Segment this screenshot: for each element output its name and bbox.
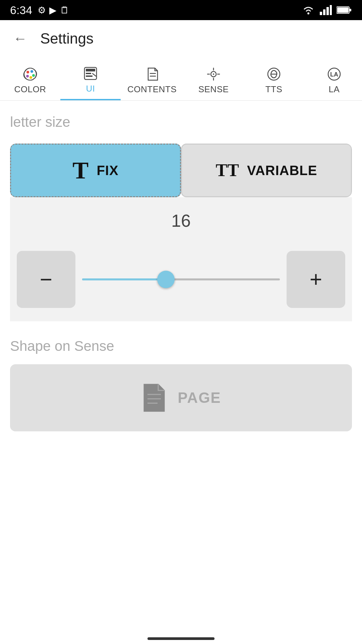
svg-rect-16 <box>86 73 91 74</box>
tab-tts-label: TTS <box>265 84 283 95</box>
home-indicator <box>147 637 215 640</box>
fix-label: FIX <box>97 163 118 178</box>
status-right <box>302 5 352 15</box>
tab-color-label: COLOR <box>14 84 46 95</box>
svg-point-9 <box>26 71 29 73</box>
size-display-area: 16 <box>10 197 352 244</box>
svg-rect-3 <box>326 7 329 15</box>
svg-rect-7 <box>349 9 351 11</box>
svg-point-0 <box>307 12 309 14</box>
svg-rect-2 <box>323 9 325 15</box>
header: ← Settings <box>0 20 362 57</box>
decrement-button[interactable]: − <box>17 251 75 308</box>
tab-tts[interactable]: TTS <box>244 57 304 100</box>
slider-track-container[interactable] <box>82 269 280 289</box>
page-card-label: PAGE <box>178 389 221 406</box>
palette-icon <box>23 67 38 82</box>
size-number: 16 <box>171 211 191 231</box>
minus-icon: − <box>40 269 52 290</box>
page-card-icon <box>141 383 168 413</box>
variable-text-icon: TT <box>216 162 239 179</box>
svg-point-10 <box>31 70 33 73</box>
tab-ui[interactable]: UI <box>60 57 121 100</box>
gear-status-icon: ⚙ <box>38 5 46 16</box>
svg-rect-6 <box>337 7 349 13</box>
tab-la[interactable]: LA LA <box>304 57 362 100</box>
increment-button[interactable]: + <box>287 251 345 308</box>
svg-point-13 <box>26 75 29 77</box>
wifi-icon <box>302 5 315 15</box>
page-card[interactable]: PAGE <box>10 364 352 431</box>
variable-button[interactable]: TT VARIABLE <box>181 144 352 197</box>
plus-icon: + <box>310 269 322 290</box>
play-status-icon: ▶ <box>49 5 57 16</box>
note-status-icon: 🗒 <box>60 5 69 16</box>
back-icon: ← <box>13 31 27 47</box>
signal-icon <box>320 5 332 15</box>
slider-fill <box>82 278 161 280</box>
status-icons: ⚙ ▶ 🗒 <box>38 5 69 16</box>
status-bar: 6:34 ⚙ ▶ 🗒 <box>0 0 362 20</box>
status-left: 6:34 ⚙ ▶ 🗒 <box>10 4 69 17</box>
tab-sense-label: SENSE <box>198 84 229 95</box>
battery-icon <box>337 6 352 14</box>
la-icon: LA <box>327 67 342 82</box>
tts-icon <box>266 67 281 82</box>
variable-label: VARIABLE <box>247 163 317 178</box>
ui-icon <box>83 66 98 81</box>
tab-contents[interactable]: CONTENTS <box>121 57 183 100</box>
svg-text:LA: LA <box>330 71 338 78</box>
tab-sense[interactable]: SENSE <box>183 57 244 100</box>
slider-track <box>82 278 280 280</box>
svg-rect-15 <box>86 69 95 71</box>
letter-size-toggle: T FIX TT VARIABLE <box>10 144 352 197</box>
status-time: 6:34 <box>10 4 32 17</box>
page-title: Settings <box>40 30 94 47</box>
fix-text-icon: T <box>72 158 88 182</box>
tab-ui-label: UI <box>86 84 95 94</box>
slider-thumb[interactable] <box>157 271 175 288</box>
svg-point-21 <box>213 73 214 75</box>
tab-color[interactable]: COLOR <box>0 57 60 100</box>
back-button[interactable]: ← <box>10 29 30 49</box>
letter-size-section-label: letter size <box>10 114 352 130</box>
contents-icon <box>145 67 160 82</box>
fix-button[interactable]: T FIX <box>10 144 181 197</box>
sense-icon <box>206 67 221 82</box>
tab-bar: COLOR UI CONTENTS SENSE <box>0 57 362 101</box>
svg-rect-1 <box>320 12 322 15</box>
tab-la-label: LA <box>329 84 340 95</box>
shape-on-sense-label: Shape on Sense <box>10 338 352 354</box>
main-content: letter size T FIX TT VARIABLE 16 − + Sha <box>0 101 362 445</box>
svg-rect-4 <box>330 5 332 15</box>
tab-contents-label: CONTENTS <box>127 84 177 95</box>
svg-point-11 <box>32 74 35 77</box>
svg-point-12 <box>29 76 32 79</box>
slider-row: − + <box>10 244 352 321</box>
svg-rect-17 <box>86 75 93 77</box>
